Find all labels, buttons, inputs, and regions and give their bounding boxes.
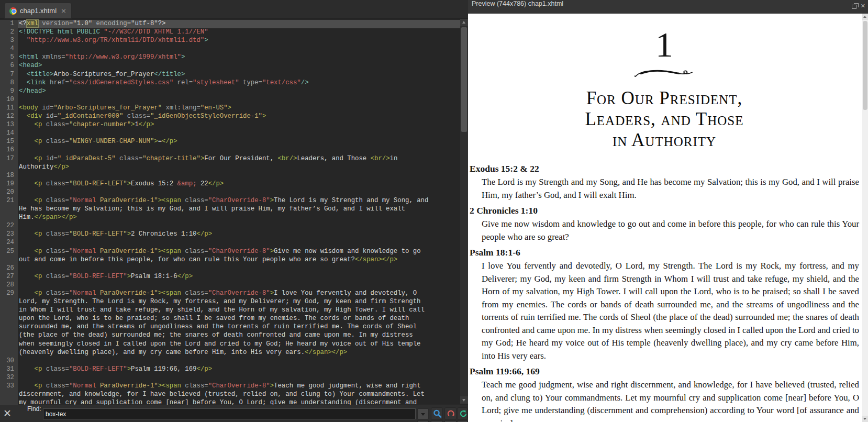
code-text xyxy=(18,129,468,138)
code-line: 23 <p class="BOLD-REF-LEFT">2 Chronicles… xyxy=(0,230,468,239)
code-line: 26 xyxy=(0,264,468,273)
line-number xyxy=(0,306,18,315)
code-text: in Whom I will trust and take refuge, my… xyxy=(18,306,468,315)
code-line: 25 <p class="Normal ParaOverride-1"><spa… xyxy=(0,248,468,256)
find-search-button[interactable] xyxy=(431,407,443,420)
code-line: 30 xyxy=(0,357,468,365)
line-number: 3 xyxy=(0,37,18,45)
code-text xyxy=(18,188,468,197)
preview-titlebar: Preview (744x786) chap1.xhtml ✕ xyxy=(468,0,868,14)
code-line: Him.</span></p> xyxy=(0,214,468,222)
code-line: He has become my Salvation; this is my G… xyxy=(0,205,468,214)
code-text xyxy=(18,172,468,180)
code-line: 11<body id="Arbo-Scriptures_for_Prayer" … xyxy=(0,104,468,113)
line-number: 33 xyxy=(0,382,18,391)
code-line: (the place of the dead) surrounded me; t… xyxy=(0,331,468,340)
line-number: 2 xyxy=(0,28,18,37)
code-line: 1<?xml version="1.0" encoding="utf-8"?> xyxy=(0,20,468,28)
code-line: surrounded me, and the streams of ungodl… xyxy=(0,323,468,331)
line-number xyxy=(0,205,18,214)
code-text: "http://www.w3.org/TR/xhtml11/DTD/xhtml1… xyxy=(18,37,468,45)
code-line: 10 xyxy=(0,96,468,104)
code-text: out and come in before this people, for … xyxy=(18,256,468,264)
code-line: 28 xyxy=(0,281,468,290)
preview-scrollbar-thumb[interactable] xyxy=(863,21,867,110)
scripture-reference: Exodus 15:2 & 22 xyxy=(470,162,859,175)
code-line: in Whom I will trust and take refuge, my… xyxy=(0,306,468,315)
line-number: 23 xyxy=(0,230,18,239)
code-editor[interactable]: 1<?xml version="1.0" encoding="utf-8"?>2… xyxy=(0,18,468,422)
code-line: out and come in before this people, for … xyxy=(0,256,468,264)
line-number: 13 xyxy=(0,121,18,129)
code-text: <p class="BOLD-REF-LEFT">Exodus 15:2 &am… xyxy=(18,180,468,188)
scripture-text: I love You fervently and devotedly, O Lo… xyxy=(482,260,859,362)
line-number: 14 xyxy=(0,129,18,138)
code-line: 21 <p class="Normal ParaOverride-1"><spa… xyxy=(0,197,468,205)
code-line: 5<html xmlns="http://www.w3.org/1999/xht… xyxy=(0,53,468,62)
line-number: 9 xyxy=(0,87,18,96)
code-text: surrounded me, and the streams of ungodl… xyxy=(18,323,468,331)
code-text: (the place of the dead) surrounded me; t… xyxy=(18,331,468,340)
scroll-down-icon[interactable] xyxy=(460,396,468,404)
code-text: Him.</span></p> xyxy=(18,214,468,222)
find-history-dropdown[interactable] xyxy=(417,408,429,419)
line-number xyxy=(0,214,18,222)
line-number: 21 xyxy=(0,197,18,205)
green-circular-arrow-icon xyxy=(459,409,468,419)
code-line: 12 <div id="_idContainer000" class="_idG… xyxy=(0,113,468,121)
scroll-up-icon[interactable] xyxy=(460,19,468,26)
preview-scroll-up-icon[interactable] xyxy=(862,14,868,20)
code-line: 8 <link href="css/idGeneratedStyles.css"… xyxy=(0,79,468,87)
float-window-icon[interactable] xyxy=(852,5,856,9)
line-number: 27 xyxy=(0,273,18,281)
scripture-section: Psalm 119:66, 169Teach me good judgment,… xyxy=(470,365,859,422)
code-line: 18 xyxy=(0,172,468,180)
code-text xyxy=(18,222,468,230)
code-line: 15 <p class="WINGY-UNDER-CHAP-NUM">=</p> xyxy=(0,138,468,146)
line-number: 22 xyxy=(0,222,18,230)
code-text xyxy=(18,96,468,104)
code-text xyxy=(18,264,468,273)
replace-all-button[interactable] xyxy=(457,407,468,420)
line-number: 30 xyxy=(0,357,18,365)
preview-pane: Preview (744x786) chap1.xhtml ✕ 1 For Ou… xyxy=(468,0,868,422)
line-number: 32 xyxy=(0,374,18,382)
find-input[interactable] xyxy=(43,408,416,419)
line-number: 6 xyxy=(0,62,18,70)
code-text xyxy=(18,146,468,154)
replace-button[interactable] xyxy=(444,407,457,420)
code-line: (heavenly dwelling place), and my cry ca… xyxy=(0,349,468,357)
line-number xyxy=(0,340,18,349)
code-text: <p class="chapter-number">1</p> xyxy=(18,121,468,129)
scripture-section: Psalm 18:1-6I love You fervently and dev… xyxy=(470,246,859,362)
tab-chap1[interactable]: chap1.xhtml × xyxy=(4,3,72,18)
find-close-icon[interactable]: ✕ xyxy=(3,407,12,419)
code-line: 20 xyxy=(0,188,468,197)
scripture-text: Give me now wisdom and knowledge to go o… xyxy=(482,218,859,243)
line-number: 10 xyxy=(0,96,18,104)
line-number xyxy=(0,391,18,399)
code-line: discernment, and knowledge, for I have b… xyxy=(0,391,468,399)
line-number: 12 xyxy=(0,113,18,121)
code-text: <p class="Normal ParaOverride-1"><span c… xyxy=(18,248,468,256)
search-magnifier-icon xyxy=(432,409,442,419)
code-text: Authority</p> xyxy=(18,163,468,172)
tab-close-icon[interactable]: × xyxy=(61,7,66,15)
preview-scrollbar[interactable] xyxy=(862,14,868,422)
line-number: 31 xyxy=(0,365,18,374)
find-bar: ✕ Find: xyxy=(0,405,468,422)
scripture-text: Teach me good judgment, wise and right d… xyxy=(482,379,859,422)
code-text: <html xmlns="http://www.w3.org/1999/xhtm… xyxy=(18,53,468,62)
code-text: when seemingly closed in I called upon t… xyxy=(18,340,468,349)
tab-bar: chap1.xhtml × xyxy=(0,0,468,18)
code-text xyxy=(18,374,468,382)
preview-scroll-down-icon[interactable] xyxy=(862,416,868,422)
code-line: 7 <title>Arbo-Scriptures_for_Prayer</tit… xyxy=(0,71,468,79)
code-line: 24 xyxy=(0,239,468,247)
preview-close-icon[interactable]: ✕ xyxy=(861,3,865,9)
editor-scrollbar-thumb[interactable] xyxy=(461,27,467,132)
preview-content: 1 For Our President, Leaders, and Those … xyxy=(468,14,862,422)
chapter-title-line: For Our President, xyxy=(470,88,859,109)
editor-scrollbar[interactable] xyxy=(460,19,468,404)
chapter-number: 1 xyxy=(470,27,859,62)
